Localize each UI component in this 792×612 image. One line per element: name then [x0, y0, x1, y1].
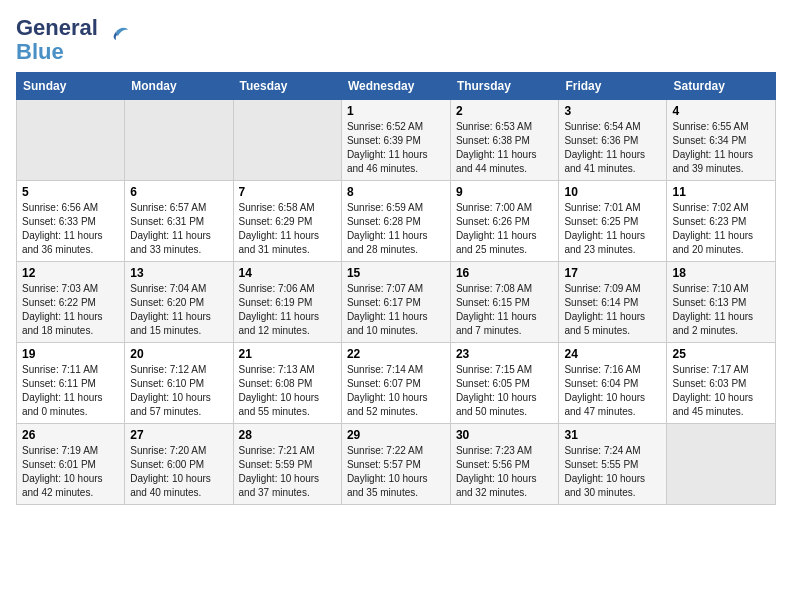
day-number: 30 — [456, 428, 554, 442]
day-number: 24 — [564, 347, 661, 361]
day-number: 9 — [456, 185, 554, 199]
day-of-week-saturday: Saturday — [667, 73, 776, 100]
day-number: 23 — [456, 347, 554, 361]
day-of-week-tuesday: Tuesday — [233, 73, 341, 100]
day-info: Sunrise: 6:59 AM Sunset: 6:28 PM Dayligh… — [347, 201, 445, 257]
calendar-cell — [17, 100, 125, 181]
day-info: Sunrise: 7:02 AM Sunset: 6:23 PM Dayligh… — [672, 201, 770, 257]
day-number: 16 — [456, 266, 554, 280]
calendar-cell — [667, 424, 776, 505]
day-info: Sunrise: 7:12 AM Sunset: 6:10 PM Dayligh… — [130, 363, 227, 419]
calendar-week-3: 12Sunrise: 7:03 AM Sunset: 6:22 PM Dayli… — [17, 262, 776, 343]
calendar-table: SundayMondayTuesdayWednesdayThursdayFrid… — [16, 72, 776, 505]
calendar-cell: 18Sunrise: 7:10 AM Sunset: 6:13 PM Dayli… — [667, 262, 776, 343]
day-number: 18 — [672, 266, 770, 280]
day-info: Sunrise: 7:22 AM Sunset: 5:57 PM Dayligh… — [347, 444, 445, 500]
day-info: Sunrise: 7:13 AM Sunset: 6:08 PM Dayligh… — [239, 363, 336, 419]
day-number: 26 — [22, 428, 119, 442]
day-info: Sunrise: 7:09 AM Sunset: 6:14 PM Dayligh… — [564, 282, 661, 338]
day-info: Sunrise: 7:00 AM Sunset: 6:26 PM Dayligh… — [456, 201, 554, 257]
calendar-cell: 29Sunrise: 7:22 AM Sunset: 5:57 PM Dayli… — [341, 424, 450, 505]
day-info: Sunrise: 7:24 AM Sunset: 5:55 PM Dayligh… — [564, 444, 661, 500]
logo-bird-icon — [102, 24, 130, 52]
day-info: Sunrise: 7:11 AM Sunset: 6:11 PM Dayligh… — [22, 363, 119, 419]
calendar-cell: 6Sunrise: 6:57 AM Sunset: 6:31 PM Daylig… — [125, 181, 233, 262]
day-number: 6 — [130, 185, 227, 199]
day-info: Sunrise: 7:21 AM Sunset: 5:59 PM Dayligh… — [239, 444, 336, 500]
calendar-cell: 23Sunrise: 7:15 AM Sunset: 6:05 PM Dayli… — [450, 343, 559, 424]
day-of-week-monday: Monday — [125, 73, 233, 100]
calendar-cell — [233, 100, 341, 181]
day-number: 3 — [564, 104, 661, 118]
calendar-cell: 8Sunrise: 6:59 AM Sunset: 6:28 PM Daylig… — [341, 181, 450, 262]
calendar-cell: 20Sunrise: 7:12 AM Sunset: 6:10 PM Dayli… — [125, 343, 233, 424]
calendar-cell: 16Sunrise: 7:08 AM Sunset: 6:15 PM Dayli… — [450, 262, 559, 343]
calendar-cell: 31Sunrise: 7:24 AM Sunset: 5:55 PM Dayli… — [559, 424, 667, 505]
day-number: 20 — [130, 347, 227, 361]
day-number: 14 — [239, 266, 336, 280]
day-number: 22 — [347, 347, 445, 361]
day-number: 5 — [22, 185, 119, 199]
calendar-cell: 4Sunrise: 6:55 AM Sunset: 6:34 PM Daylig… — [667, 100, 776, 181]
calendar-cell — [125, 100, 233, 181]
calendar-cell: 28Sunrise: 7:21 AM Sunset: 5:59 PM Dayli… — [233, 424, 341, 505]
day-info: Sunrise: 7:01 AM Sunset: 6:25 PM Dayligh… — [564, 201, 661, 257]
day-number: 31 — [564, 428, 661, 442]
day-number: 21 — [239, 347, 336, 361]
day-info: Sunrise: 7:19 AM Sunset: 6:01 PM Dayligh… — [22, 444, 119, 500]
calendar-week-1: 1Sunrise: 6:52 AM Sunset: 6:39 PM Daylig… — [17, 100, 776, 181]
day-info: Sunrise: 7:17 AM Sunset: 6:03 PM Dayligh… — [672, 363, 770, 419]
day-info: Sunrise: 6:53 AM Sunset: 6:38 PM Dayligh… — [456, 120, 554, 176]
day-info: Sunrise: 7:04 AM Sunset: 6:20 PM Dayligh… — [130, 282, 227, 338]
calendar-cell: 1Sunrise: 6:52 AM Sunset: 6:39 PM Daylig… — [341, 100, 450, 181]
calendar-cell: 21Sunrise: 7:13 AM Sunset: 6:08 PM Dayli… — [233, 343, 341, 424]
day-number: 7 — [239, 185, 336, 199]
day-of-week-thursday: Thursday — [450, 73, 559, 100]
calendar-cell: 7Sunrise: 6:58 AM Sunset: 6:29 PM Daylig… — [233, 181, 341, 262]
day-info: Sunrise: 6:55 AM Sunset: 6:34 PM Dayligh… — [672, 120, 770, 176]
day-info: Sunrise: 7:23 AM Sunset: 5:56 PM Dayligh… — [456, 444, 554, 500]
page-header: GeneralBlue — [16, 16, 776, 64]
day-number: 25 — [672, 347, 770, 361]
calendar-cell: 15Sunrise: 7:07 AM Sunset: 6:17 PM Dayli… — [341, 262, 450, 343]
day-info: Sunrise: 7:06 AM Sunset: 6:19 PM Dayligh… — [239, 282, 336, 338]
calendar-cell: 13Sunrise: 7:04 AM Sunset: 6:20 PM Dayli… — [125, 262, 233, 343]
day-of-week-wednesday: Wednesday — [341, 73, 450, 100]
calendar-cell: 26Sunrise: 7:19 AM Sunset: 6:01 PM Dayli… — [17, 424, 125, 505]
day-number: 11 — [672, 185, 770, 199]
day-number: 28 — [239, 428, 336, 442]
day-of-week-friday: Friday — [559, 73, 667, 100]
day-info: Sunrise: 7:20 AM Sunset: 6:00 PM Dayligh… — [130, 444, 227, 500]
calendar-cell: 24Sunrise: 7:16 AM Sunset: 6:04 PM Dayli… — [559, 343, 667, 424]
day-info: Sunrise: 7:07 AM Sunset: 6:17 PM Dayligh… — [347, 282, 445, 338]
day-number: 2 — [456, 104, 554, 118]
calendar-cell: 17Sunrise: 7:09 AM Sunset: 6:14 PM Dayli… — [559, 262, 667, 343]
calendar-week-5: 26Sunrise: 7:19 AM Sunset: 6:01 PM Dayli… — [17, 424, 776, 505]
calendar-header: SundayMondayTuesdayWednesdayThursdayFrid… — [17, 73, 776, 100]
day-number: 19 — [22, 347, 119, 361]
day-info: Sunrise: 7:10 AM Sunset: 6:13 PM Dayligh… — [672, 282, 770, 338]
day-info: Sunrise: 7:16 AM Sunset: 6:04 PM Dayligh… — [564, 363, 661, 419]
calendar-cell: 22Sunrise: 7:14 AM Sunset: 6:07 PM Dayli… — [341, 343, 450, 424]
day-info: Sunrise: 7:08 AM Sunset: 6:15 PM Dayligh… — [456, 282, 554, 338]
calendar-cell: 30Sunrise: 7:23 AM Sunset: 5:56 PM Dayli… — [450, 424, 559, 505]
day-number: 27 — [130, 428, 227, 442]
calendar-cell: 3Sunrise: 6:54 AM Sunset: 6:36 PM Daylig… — [559, 100, 667, 181]
calendar-cell: 10Sunrise: 7:01 AM Sunset: 6:25 PM Dayli… — [559, 181, 667, 262]
day-number: 29 — [347, 428, 445, 442]
day-number: 17 — [564, 266, 661, 280]
calendar-cell: 9Sunrise: 7:00 AM Sunset: 6:26 PM Daylig… — [450, 181, 559, 262]
calendar-cell: 2Sunrise: 6:53 AM Sunset: 6:38 PM Daylig… — [450, 100, 559, 181]
day-number: 13 — [130, 266, 227, 280]
calendar-cell: 27Sunrise: 7:20 AM Sunset: 6:00 PM Dayli… — [125, 424, 233, 505]
day-info: Sunrise: 7:14 AM Sunset: 6:07 PM Dayligh… — [347, 363, 445, 419]
calendar-week-4: 19Sunrise: 7:11 AM Sunset: 6:11 PM Dayli… — [17, 343, 776, 424]
calendar-cell: 5Sunrise: 6:56 AM Sunset: 6:33 PM Daylig… — [17, 181, 125, 262]
logo-text: GeneralBlue — [16, 16, 98, 64]
day-info: Sunrise: 7:03 AM Sunset: 6:22 PM Dayligh… — [22, 282, 119, 338]
day-number: 12 — [22, 266, 119, 280]
day-number: 10 — [564, 185, 661, 199]
calendar-week-2: 5Sunrise: 6:56 AM Sunset: 6:33 PM Daylig… — [17, 181, 776, 262]
day-info: Sunrise: 6:52 AM Sunset: 6:39 PM Dayligh… — [347, 120, 445, 176]
calendar-cell: 25Sunrise: 7:17 AM Sunset: 6:03 PM Dayli… — [667, 343, 776, 424]
